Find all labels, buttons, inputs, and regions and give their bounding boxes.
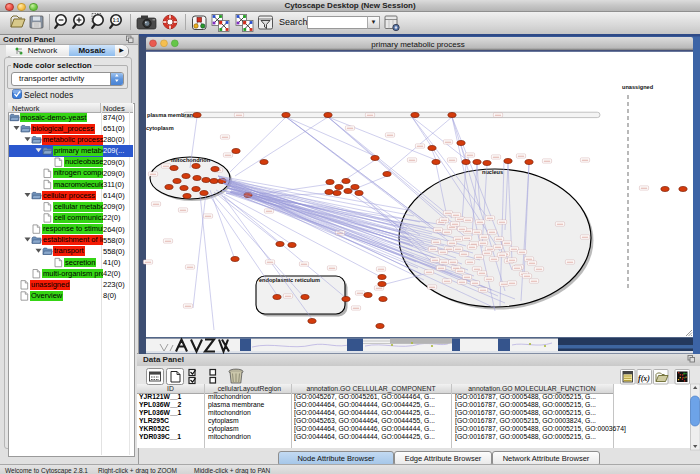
svg-text:f(x): f(x): [638, 374, 650, 383]
svg-text:nucleus: nucleus: [482, 169, 503, 175]
svg-text:cytoplasm: cytoplasm: [146, 125, 174, 131]
svg-text:plasma membrane: plasma membrane: [147, 112, 196, 118]
svg-text:primary metabolic process: primary metabolic process: [371, 40, 464, 49]
svg-text:1:1: 1:1: [113, 18, 120, 23]
svg-text:unassigned: unassigned: [622, 84, 654, 90]
